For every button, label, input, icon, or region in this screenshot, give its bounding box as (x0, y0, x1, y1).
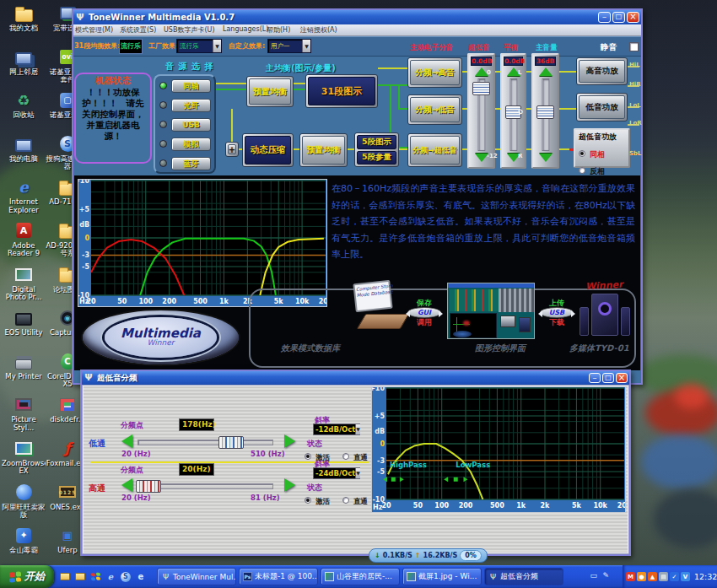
dialog-close-button[interactable] (616, 373, 628, 383)
ime-keyboard-icon[interactable]: ▭ (590, 571, 597, 580)
lowpass-slider-track[interactable] (137, 440, 273, 445)
lowpass-slope-select[interactable]: -12dB/Oct ▼ (313, 423, 360, 435)
diskdefrag-icon (60, 398, 75, 412)
desktop-icon-我的电脑[interactable]: 我的电脑 (2, 133, 46, 177)
lowpass-decrease-arrow[interactable] (121, 434, 132, 448)
gui-save-control[interactable]: 保存 GUI 调用 (405, 299, 444, 326)
start-button[interactable]: 开始 (0, 565, 54, 588)
subwoofer-level-thumb[interactable] (472, 82, 490, 95)
high-amp-button[interactable]: 高音功放 (579, 60, 625, 83)
low-amp-button[interactable]: 低音功放 (579, 95, 625, 119)
vpn-icon[interactable]: V (681, 572, 690, 581)
highpass-bypass-radio[interactable]: 直通 (342, 491, 368, 507)
usb-pill[interactable]: USB (540, 307, 574, 318)
dialog-maximize-button[interactable] (602, 373, 614, 383)
source-button-1[interactable]: 同轴 (171, 79, 211, 93)
source-button-3[interactable]: USB (171, 118, 211, 132)
xover-to-high-button[interactable]: 分频→高音 (410, 60, 460, 85)
source-led-2 (159, 101, 167, 109)
highpass-slope-select[interactable]: -24dB/Oct ▼ (313, 467, 360, 479)
desktop-icon-ZoomBrowser-EX[interactable]: ZoomBrowser EX (2, 438, 46, 482)
master-volume-thumb[interactable] (536, 105, 554, 119)
highpass-decrease-arrow[interactable] (121, 478, 132, 492)
master-volume-down-arrow-icon[interactable] (539, 154, 553, 162)
minimize-button[interactable] (598, 12, 611, 23)
desktop-icon-Adobe-Reader-9[interactable]: AAdobe Reader 9 (2, 220, 46, 264)
factory-effect-select[interactable]: 流行乐 ▼ (176, 39, 222, 53)
task-button-3[interactable]: 山谷里的居民-... (321, 568, 400, 585)
chevron-down-icon[interactable]: ▼ (302, 40, 310, 52)
usb-upload-control[interactable]: 上传 USB 下载 (537, 299, 576, 326)
desktop-icon-阿里旺旺卖家版[interactable]: 阿里旺旺卖家版 (2, 482, 46, 526)
folder-icon[interactable] (59, 571, 71, 583)
ime-pen-icon[interactable]: ✎ (602, 571, 609, 580)
main-titlebar[interactable]: Ψ ToneWinner Multimedia V1.0.7 (73, 10, 641, 24)
band5-param-button[interactable]: 5段参量 (357, 151, 396, 165)
source-button-2[interactable]: 光纤 (171, 99, 211, 112)
xover-to-low-button[interactable]: 分频→低音 (410, 97, 460, 122)
chevron-down-icon[interactable]: ▼ (355, 468, 360, 478)
preset-eq-button[interactable]: 预置均衡 (249, 78, 291, 105)
desktop-icon-金山毒霸[interactable]: ✦金山毒霸 (2, 525, 46, 569)
dialog-minimize-button[interactable] (589, 373, 601, 383)
svg-text:+10: +10 (78, 179, 89, 185)
menu-item-4[interactable]: Languages(L) (223, 25, 268, 33)
source-button-4[interactable]: 模拟 (171, 138, 211, 151)
highpass-increase-arrow[interactable] (284, 478, 295, 492)
gui-pill[interactable]: GUI (407, 307, 441, 318)
highpass-active-radio[interactable]: 激活 (305, 491, 330, 507)
maximize-button[interactable] (612, 12, 625, 23)
highpass-slider-thumb[interactable] (136, 480, 161, 493)
desktop-icon-网上邻居[interactable]: 网上邻居 (2, 46, 46, 90)
chevron-down-icon[interactable]: ▼ (355, 424, 360, 434)
desktop-icon-我的文档[interactable]: 我的文档 (2, 3, 46, 46)
media-icon[interactable]: e (135, 571, 147, 583)
graphic31-button[interactable]: 31段图示 (308, 77, 375, 105)
pdf-icon: A (16, 223, 31, 238)
desktop-icon-回收站[interactable]: ♻回收站 (2, 89, 46, 133)
menu-item-2[interactable]: 系统设置(S) (120, 25, 156, 35)
subwoofer-level-value: 0.0dB (471, 57, 492, 66)
menu-item-5[interactable]: 帮助(H) (267, 25, 290, 35)
desktop-icon-Picture-Styl-[interactable]: Picture Styl... (2, 394, 46, 438)
sogou-icon[interactable]: S (120, 571, 132, 583)
phase-in-radio[interactable] (579, 150, 585, 157)
sum-node-button[interactable]: + (228, 144, 236, 154)
xover-to-sub-button[interactable]: 分频→超低音 (410, 136, 460, 165)
desktop-icon-EOS-Utility[interactable]: EOS Utility (2, 307, 46, 351)
desktop-icon-My-Printer[interactable]: My Printer (2, 351, 46, 395)
folder-icon[interactable] (74, 571, 86, 583)
close-button[interactable] (627, 12, 639, 23)
dialog-titlebar[interactable]: Ψ 超低音分频 (82, 371, 629, 385)
menu-item-3[interactable]: USB数字声卡(U) (164, 25, 215, 35)
lowpass-slider-thumb[interactable] (218, 436, 244, 449)
lowpass-increase-arrow[interactable] (284, 434, 295, 448)
desktop-icon-Digital-Photo-Pr-[interactable]: Digital Photo Pr... (2, 264, 46, 308)
dynamic-compression-button[interactable]: 动态压缩 (245, 136, 291, 165)
menu-item-1[interactable]: 模式管理(M) (75, 25, 113, 35)
hardware-icon[interactable]: ▤ (659, 572, 668, 581)
ie-icon[interactable]: e (105, 571, 116, 583)
task-button-2[interactable]: Ps未标题-1 @ 100... (239, 568, 318, 585)
band5-graphic-button[interactable]: 5段图示 (357, 135, 396, 149)
custom-effect-select[interactable]: 用户一 ▼ (267, 39, 311, 53)
master-volume-up-arrow-icon[interactable] (539, 67, 553, 76)
preset-eq2-button[interactable]: 预置均衡 (302, 136, 345, 165)
antivirus-shield-icon[interactable]: ✓ (670, 572, 679, 581)
network-speed-widget[interactable]: ↓ 0.1KB/S ↑ 16.2KB/S 0% (369, 548, 488, 563)
messenger-icon[interactable]: M (626, 572, 635, 581)
phase-out-radio[interactable] (579, 167, 585, 174)
task-button-5[interactable]: Ψ超低音分频 (484, 568, 563, 585)
update-icon[interactable]: ● (637, 572, 646, 581)
task-button-4[interactable]: 截屏1.jpg - Wi... (402, 568, 482, 585)
windows-icon[interactable] (89, 571, 101, 583)
menu-item-6[interactable]: 注销授权(A) (300, 25, 337, 35)
desktop-icon-Internet-Explorer[interactable]: eInternet Explorer (2, 176, 46, 220)
chevron-down-icon[interactable]: ▼ (213, 40, 221, 52)
low-amp-frame: 低音功放 (576, 93, 628, 121)
security-shield-icon[interactable]: ▲ (648, 572, 657, 581)
source-button-5[interactable]: 蓝牙 (171, 157, 211, 170)
mute-checkbox[interactable] (629, 42, 639, 51)
balance-scale-label: R (518, 153, 522, 159)
task-button-1[interactable]: ΨToneWinner Mul... (157, 568, 236, 585)
